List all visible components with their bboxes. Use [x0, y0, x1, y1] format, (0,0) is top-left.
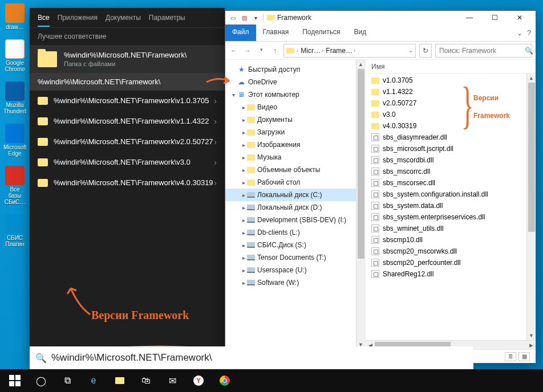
file-item[interactable]: v2.0.50727: [366, 97, 536, 109]
tree-item[interactable]: ▸Изображения: [225, 138, 365, 151]
close-button[interactable]: ✕: [507, 11, 532, 24]
tree-twisty-icon[interactable]: ▸: [240, 280, 247, 286]
file-item[interactable]: v3.0: [366, 109, 536, 120]
chevron-right-icon[interactable]: ›: [214, 158, 217, 167]
taskview-icon[interactable]: ⧉: [55, 369, 80, 392]
tree-twisty-icon[interactable]: ▸: [240, 192, 247, 198]
file-item[interactable]: sbs_system.configuration.install.dll: [366, 189, 536, 200]
taskbar-edge-icon[interactable]: e: [81, 369, 106, 392]
tree-twisty-icon[interactable]: ▸: [240, 255, 247, 261]
breadcrumb-seg[interactable]: Micr…: [301, 47, 321, 55]
desktop-icon[interactable]: Mozilla Thunderb…: [3, 81, 26, 115]
search-result-item[interactable]: %windir%\Microsoft.NET\Framework\v4.0.30…: [30, 173, 225, 193]
tree-item[interactable]: ▸Загрузки: [225, 126, 365, 138]
tab-all[interactable]: Все: [38, 14, 50, 27]
minimize-button[interactable]: —: [457, 11, 482, 24]
tab-docs[interactable]: Документы: [106, 14, 141, 22]
tree-twisty-icon[interactable]: ▸: [240, 267, 247, 273]
start-button[interactable]: [2, 369, 27, 392]
nav-back-icon[interactable]: ←: [229, 47, 239, 55]
tree-item[interactable]: ▸Usersspace (U:): [225, 264, 365, 276]
search-result-item[interactable]: %windir%\Microsoft.NET\Framework\v1.1.43…: [30, 111, 225, 132]
tree-item[interactable]: ▸Локальный диск (C:): [225, 189, 365, 201]
chevron-right-icon[interactable]: ›: [214, 137, 217, 146]
cortana-icon[interactable]: ◯: [29, 369, 54, 392]
tree-item[interactable]: ▸Tensor Documents (T:): [225, 251, 365, 264]
ribbon-expand-icon[interactable]: ⌄: [517, 29, 522, 37]
tree-twisty-icon[interactable]: ▸: [240, 129, 247, 136]
search-result-item[interactable]: %windir%\Microsoft.NET\Framework\v3.0›: [30, 152, 225, 173]
file-item[interactable]: v1.1.4322: [366, 86, 536, 97]
file-scrollbar[interactable]: ▲ ▼: [526, 74, 536, 340]
file-item[interactable]: v4.0.30319: [366, 120, 536, 132]
file-item[interactable]: SharedReg12.dll: [366, 268, 536, 280]
breadcrumb-dropdown-icon[interactable]: ⌄: [408, 47, 413, 54]
chevron-right-icon[interactable]: ›: [354, 47, 355, 54]
tab-apps[interactable]: Приложения: [58, 14, 98, 22]
tree-item[interactable]: ▸Музыка: [225, 151, 365, 164]
desktop-icon[interactable]: Все базы СБиС…: [3, 166, 26, 205]
desktop-icon[interactable]: Google Chrome: [3, 39, 26, 72]
chevron-right-icon[interactable]: ›: [297, 47, 298, 54]
file-item[interactable]: sbs_mscorrc.dll: [366, 166, 536, 177]
nav-forward-icon[interactable]: →: [242, 47, 253, 55]
nav-recent-icon[interactable]: ▾: [256, 47, 266, 55]
tree-twisty-icon[interactable]: ▸: [240, 117, 247, 123]
search-result-item[interactable]: %windir%\Microsoft.NET\Framework\v1.0.37…: [30, 91, 225, 111]
tree-item[interactable]: ▸Development (SBIS-DEV) (I:): [225, 214, 365, 226]
ribbon-view[interactable]: Вид: [347, 24, 373, 41]
taskbar-search[interactable]: 🔍: [30, 346, 473, 369]
tree-item[interactable]: ▸Software (W:): [225, 276, 365, 289]
ribbon-file[interactable]: Файл: [225, 24, 256, 41]
file-item[interactable]: v1.0.3705: [366, 75, 536, 86]
column-header[interactable]: Имя: [366, 60, 536, 74]
tab-params[interactable]: Параметры: [149, 14, 185, 22]
nav-up-icon[interactable]: ↑: [270, 47, 280, 55]
tree-twisty-icon[interactable]: ▸: [240, 242, 247, 248]
chevron-right-icon[interactable]: ›: [214, 117, 217, 126]
tree-item[interactable]: ▸Объемные объекты: [225, 164, 365, 176]
maximize-button[interactable]: ☐: [482, 11, 507, 24]
tree-twisty-icon[interactable]: ▾: [230, 92, 237, 98]
taskbar-search-input[interactable]: [51, 352, 468, 364]
taskbar-store-icon[interactable]: 🛍: [133, 369, 159, 392]
qat-properties-icon[interactable]: ▭: [229, 14, 237, 22]
search-icon[interactable]: 🔍: [525, 47, 533, 55]
tree-item[interactable]: ▸Рабочий стол: [225, 176, 365, 189]
explorer-search-input[interactable]: [439, 47, 525, 55]
desktop-icon[interactable]: Microsoft Edge: [3, 124, 26, 157]
explorer-search[interactable]: 🔍: [435, 44, 532, 58]
tree-twisty-icon[interactable]: ▸: [240, 230, 247, 236]
tree-item[interactable]: ▸Db-clients (L:): [225, 226, 365, 239]
tree-item[interactable]: ▸СБИС.Диск (S:): [225, 239, 365, 251]
chevron-right-icon[interactable]: ›: [214, 178, 217, 187]
file-item[interactable]: sbs_system.enterpriseservices.dll: [366, 211, 536, 223]
desktop-icon[interactable]: draw…: [3, 3, 26, 30]
ribbon-share[interactable]: Поделиться: [295, 24, 347, 41]
ribbon-home[interactable]: Главная: [256, 24, 296, 41]
ribbon-help-icon[interactable]: ?: [527, 29, 531, 37]
chevron-right-icon[interactable]: ›: [214, 96, 217, 105]
tree-twisty-icon[interactable]: ▸: [240, 167, 247, 173]
scroll-up-icon[interactable]: ▲: [356, 60, 365, 69]
taskbar-explorer-icon[interactable]: [107, 369, 132, 392]
file-item[interactable]: sbs_system.data.dll: [366, 200, 536, 211]
file-item[interactable]: sbscmp20_mscorwks.dll: [366, 246, 536, 257]
file-item[interactable]: sbs_diasymreader.dll: [366, 132, 536, 143]
tree-twisty-icon[interactable]: ▸: [240, 179, 247, 186]
taskbar-mail-icon[interactable]: ✉: [160, 369, 185, 392]
tree-item[interactable]: ▾🖥Этот компьютер: [225, 88, 365, 101]
qat-dropdown-icon[interactable]: ▾: [252, 14, 260, 22]
file-item[interactable]: sbs_wminet_utils.dll: [366, 223, 536, 234]
tree-item[interactable]: ☁OneDrive: [225, 76, 365, 88]
tree-item[interactable]: ▸Видео: [225, 101, 365, 113]
view-large-icon[interactable]: ▦: [518, 352, 530, 361]
chevron-right-icon[interactable]: ›: [322, 47, 323, 54]
file-item[interactable]: sbscmp20_perfcounter.dll: [366, 257, 536, 268]
tree-scrollbar[interactable]: ▲ ▼: [356, 60, 365, 349]
tree-twisty-icon[interactable]: ▸: [240, 217, 247, 223]
tree-twisty-icon[interactable]: ▸: [240, 154, 247, 161]
breadcrumb[interactable]: › Micr…› Frame…› ⌄: [283, 44, 416, 58]
file-item[interactable]: sbs_mscordbi.dll: [366, 154, 536, 166]
taskbar-chrome-icon[interactable]: [212, 369, 237, 392]
